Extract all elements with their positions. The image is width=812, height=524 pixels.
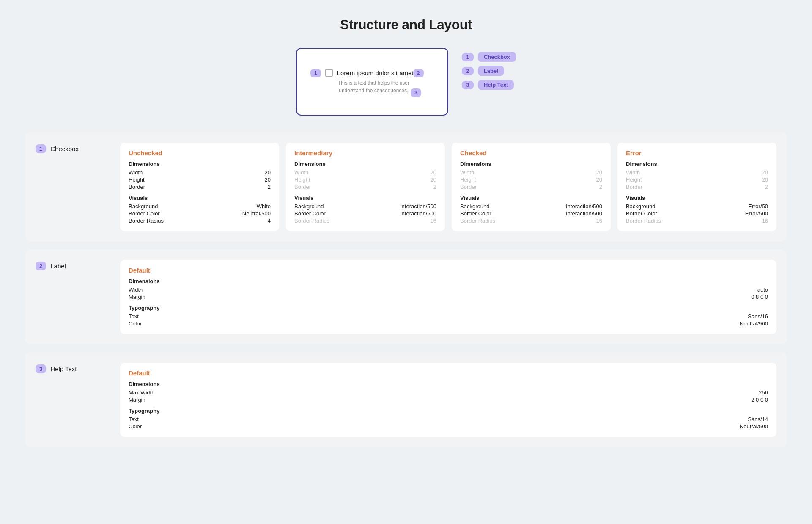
spec-row-1-3-1-3: Border2 <box>460 183 602 190</box>
spec-val-1-3-1-1: 20 <box>596 169 602 176</box>
sections-container: 1CheckboxUncheckedDimensionsWidth20Heigh… <box>25 132 787 447</box>
hero-section: 1 Lorem ipsum dolor sit amet 2 This is a… <box>25 48 787 116</box>
hero-badge-2: 2 <box>413 69 424 77</box>
spec-row-3-1-1-1: Max Width256 <box>129 389 768 396</box>
section-name-2: Label <box>50 262 66 270</box>
spec-val-1-2-1-1: 20 <box>431 169 436 176</box>
spec-val-2-1-2-1: Sans/16 <box>748 313 768 320</box>
spec-card-title-2-1: Default <box>129 267 768 274</box>
spec-key-2-1-1-2: Margin <box>129 294 145 300</box>
spec-card-1-4: ErrorDimensionsWidth20Height20Border2Vis… <box>617 143 776 231</box>
spec-group-title-3-1-1: Dimensions <box>129 381 768 387</box>
spec-row-2-1-2-1: TextSans/16 <box>129 313 768 320</box>
hero-help-text: This is a text that helps the userunders… <box>338 79 409 94</box>
spec-key-1-2-2-2: Border Color <box>294 210 326 217</box>
spec-row-1-3-2-1: BackgroundInteraction/500 <box>460 203 602 210</box>
hero-checkbox-group: Lorem ipsum dolor sit amet 2 This is a t… <box>325 69 414 94</box>
spec-card-1-3: CheckedDimensionsWidth20Height20Border2V… <box>452 143 611 231</box>
spec-key-3-1-2-2: Color <box>129 423 142 430</box>
spec-val-1-3-2-2: Interaction/500 <box>566 210 602 217</box>
legend-item-1: 1 Checkbox <box>462 52 516 62</box>
spec-key-1-1-1-3: Border <box>129 184 145 190</box>
spec-key-1-2-1-2: Height <box>294 177 310 183</box>
spec-key-1-3-2-1: Background <box>460 203 489 210</box>
section-badge-1: 1 <box>36 144 46 153</box>
spec-group-title-1-1-2: Visuals <box>129 195 271 201</box>
spec-row-2-1-2-2: ColorNeutral/900 <box>129 320 768 327</box>
spec-row-2-1-1-2: Margin0 8 0 0 <box>129 293 768 301</box>
spec-card-title-1-3: Checked <box>460 149 602 157</box>
spec-card-1-2: IntermediaryDimensionsWidth20Height20Bor… <box>286 143 445 231</box>
spec-val-2-1-1-2: 0 8 0 0 <box>751 294 768 300</box>
spec-val-1-2-2-2: Interaction/500 <box>400 210 436 217</box>
spec-card-title-1-2: Intermediary <box>294 149 436 157</box>
spec-group-title-1-2-1: Dimensions <box>294 161 436 167</box>
spec-key-1-1-1-1: Width <box>129 169 143 176</box>
spec-row-1-1-1-3: Border2 <box>129 183 271 190</box>
spec-key-2-1-2-2: Color <box>129 320 142 327</box>
spec-row-1-2-2-3: Border Radius16 <box>294 217 436 224</box>
spec-row-1-4-2-1: BackgroundError/50 <box>626 203 768 210</box>
spec-group-title-2-1-1: Dimensions <box>129 278 768 284</box>
spec-row-1-2-1-3: Border2 <box>294 183 436 190</box>
hero-checkbox[interactable] <box>325 69 333 77</box>
spec-val-1-4-2-1: Error/50 <box>748 203 768 210</box>
spec-key-1-2-2-1: Background <box>294 203 324 210</box>
legend-label-1: Checkbox <box>478 52 516 62</box>
spec-row-1-1-2-3: Border Radius4 <box>129 217 271 224</box>
spec-val-1-2-2-3: 16 <box>431 218 436 224</box>
spec-row-1-3-1-1: Width20 <box>460 169 602 176</box>
spec-row-1-3-1-2: Height20 <box>460 176 602 183</box>
hero-diagram-card: 1 Lorem ipsum dolor sit amet 2 This is a… <box>296 48 448 116</box>
spec-row-1-2-2-2: Border ColorInteraction/500 <box>294 210 436 217</box>
spec-val-1-4-1-2: 20 <box>762 177 768 183</box>
spec-group-title-2-1-2: Typography <box>129 305 768 311</box>
spec-row-1-2-1-1: Width20 <box>294 169 436 176</box>
section-name-3: Help Text <box>50 365 77 372</box>
legend-num-1: 1 <box>462 53 474 61</box>
spec-cards-row-1: UncheckedDimensionsWidth20Height20Border… <box>120 143 776 231</box>
spec-val-1-4-1-1: 20 <box>762 169 768 176</box>
spec-key-1-3-2-3: Border Radius <box>460 218 495 224</box>
spec-row-3-1-1-2: Margin2 0 0 0 <box>129 396 768 403</box>
hero-legend: 1 Checkbox 2 Label 3 Help Text <box>462 48 516 90</box>
spec-group-title-1-2-2: Visuals <box>294 195 436 201</box>
spec-key-1-1-2-3: Border Radius <box>129 218 164 224</box>
section-name-1: Checkbox <box>50 145 79 152</box>
page-title: Structure and Layout <box>25 17 787 33</box>
spec-key-3-1-1-1: Max Width <box>129 389 154 396</box>
spec-val-3-1-2-1: Sans/14 <box>748 416 768 422</box>
spec-val-3-1-1-2: 2 0 0 0 <box>751 397 768 403</box>
spec-key-3-1-1-2: Margin <box>129 397 145 403</box>
legend-num-2: 2 <box>462 67 474 75</box>
spec-group-title-1-3-2: Visuals <box>460 195 602 201</box>
spec-val-1-1-2-3: 4 <box>268 218 271 224</box>
legend-label-2: Label <box>478 66 504 76</box>
spec-val-1-4-2-3: 16 <box>762 218 768 224</box>
hero-badge-3: 3 <box>411 88 421 97</box>
section-row-1: 1CheckboxUncheckedDimensionsWidth20Heigh… <box>25 132 787 241</box>
spec-cards-row-3: DefaultDimensionsMax Width256Margin2 0 0… <box>120 363 776 437</box>
spec-val-1-1-2-1: White <box>257 203 271 210</box>
spec-row-1-1-1-2: Height20 <box>129 176 271 183</box>
spec-key-1-4-2-2: Border Color <box>626 210 657 217</box>
spec-val-1-1-1-1: 20 <box>265 169 271 176</box>
hero-badge-1: 1 <box>310 69 321 77</box>
spec-row-1-2-2-1: BackgroundInteraction/500 <box>294 203 436 210</box>
spec-row-3-1-2-1: TextSans/14 <box>129 416 768 423</box>
spec-key-1-1-1-2: Height <box>129 177 145 183</box>
spec-card-1-1: UncheckedDimensionsWidth20Height20Border… <box>120 143 279 231</box>
spec-val-1-1-1-2: 20 <box>265 177 271 183</box>
spec-key-2-1-2-1: Text <box>129 313 139 320</box>
spec-row-1-4-1-2: Height20 <box>626 176 768 183</box>
spec-row-1-3-2-3: Border Radius16 <box>460 217 602 224</box>
section-badge-3: 3 <box>36 364 46 373</box>
spec-card-title-3-1: Default <box>129 370 768 377</box>
section-row-2: 2LabelDefaultDimensionsWidthautoMargin0 … <box>25 250 787 344</box>
spec-cards-row-2: DefaultDimensionsWidthautoMargin0 8 0 0T… <box>120 260 776 334</box>
spec-val-1-4-1-3: 2 <box>765 184 768 190</box>
hero-label-row: Lorem ipsum dolor sit amet 2 <box>325 69 414 77</box>
spec-row-1-1-2-2: Border ColorNeutral/500 <box>129 210 271 217</box>
spec-row-1-2-1-2: Height20 <box>294 176 436 183</box>
spec-val-1-1-1-3: 2 <box>268 184 271 190</box>
